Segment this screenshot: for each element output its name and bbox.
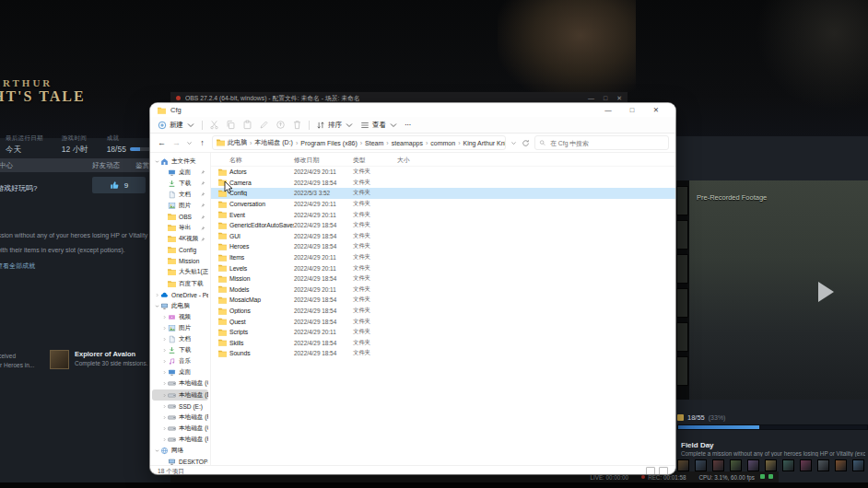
search-input[interactable] [548, 139, 664, 147]
view-button[interactable]: 查看 [360, 121, 398, 130]
refresh-icon[interactable] [522, 139, 530, 147]
cut-icon[interactable] [209, 120, 219, 130]
steam-tab[interactable]: 好友动态 [92, 161, 120, 170]
video-thumbnail[interactable]: Pre-Recorded Footage [689, 180, 868, 400]
explorer-titlebar[interactable]: Cfg — □ ✕ [150, 103, 675, 117]
more-button[interactable]: ⋯ [405, 121, 412, 129]
obs-maximize-button[interactable]: □ [604, 95, 607, 102]
achievement-card[interactable]: Explorer of Avalon Complete 30 side miss… [50, 350, 147, 369]
file-row[interactable]: Event2022/4/29 20:11文件夹 [211, 209, 675, 220]
sidebar-item[interactable]: 此电脑 [152, 300, 208, 311]
sidebar-item[interactable]: OBS [152, 211, 208, 222]
minimize-button[interactable]: — [596, 103, 620, 117]
rename-icon[interactable] [259, 120, 269, 130]
sidebar-item[interactable]: Config [152, 245, 208, 256]
file-row[interactable]: Skills2022/4/29 18:54文件夹 [211, 338, 675, 349]
close-button[interactable]: ✕ [644, 103, 668, 117]
view-toggles[interactable] [646, 467, 668, 474]
sidebar-item[interactable]: 文档 [152, 189, 208, 200]
sidebar-item[interactable]: 桌面 [152, 167, 208, 178]
breadcrumb-item[interactable]: common [430, 140, 455, 146]
breadcrumb-item[interactable]: Program Files (x86) [300, 140, 357, 146]
sidebar-item[interactable]: 图片 [152, 322, 208, 333]
file-row[interactable]: GUI2022/4/29 18:54文件夹 [211, 231, 675, 242]
sidebar-item[interactable]: 主文件夹 [152, 156, 208, 167]
play-icon[interactable] [818, 282, 834, 302]
up-button[interactable]: ↑ [197, 138, 207, 147]
file-row[interactable]: Items2022/4/29 20:11文件夹 [211, 252, 675, 263]
achievement-icon-strip[interactable] [677, 459, 868, 471]
breadcrumb-item[interactable]: Steam [365, 140, 383, 146]
column-header[interactable]: 修改日期 [294, 156, 353, 165]
file-row[interactable]: Quest2022/4/29 18:54文件夹 [211, 316, 675, 327]
breadcrumb-item[interactable]: 此电脑 [228, 138, 247, 147]
column-header[interactable]: 名称 [229, 156, 294, 165]
breadcrumb-item[interactable]: 本地磁盘 (D:) [254, 138, 293, 147]
steam-tab[interactable]: 情报中心 [0, 161, 13, 170]
recent-locations-chevron-icon[interactable] [186, 140, 193, 146]
sidebar-item[interactable]: 桌面 [152, 367, 208, 378]
achievement-thumb[interactable] [800, 459, 812, 471]
sidebar-item[interactable]: 视频 [152, 311, 208, 322]
sidebar-item[interactable]: 导出 [152, 223, 208, 234]
media-filmstrip[interactable] [675, 180, 689, 400]
sidebar-item[interactable]: 网络 [152, 445, 208, 456]
achievement-thumb[interactable] [852, 459, 864, 471]
forward-button[interactable]: → [171, 138, 182, 147]
file-row[interactable]: Sounds2022/4/29 18:54文件夹 [211, 348, 675, 359]
achievement-thumb[interactable] [782, 459, 794, 471]
achievement-thumb[interactable] [730, 459, 742, 471]
back-button[interactable]: ← [157, 138, 167, 147]
sidebar-item[interactable]: 下载 [152, 178, 208, 189]
sidebar-item[interactable]: 4K视频 [152, 234, 208, 245]
sidebar-item[interactable]: 本地磁盘 (H:) [152, 434, 208, 445]
sidebar-item[interactable]: OneDrive - Person [152, 289, 208, 300]
sort-button[interactable]: 排序 [316, 121, 354, 130]
file-row[interactable]: Config2022/5/3 3:52文件夹 [211, 188, 675, 199]
thumbs-up-button[interactable]: 9 [92, 177, 146, 193]
column-header[interactable]: 类型 [353, 156, 397, 165]
new-button[interactable]: 新建 [158, 121, 195, 130]
obs-minimize-button[interactable]: — [588, 95, 594, 102]
file-row[interactable]: Mission2022/4/29 18:54文件夹 [211, 273, 675, 285]
column-header[interactable]: 大小 [397, 156, 675, 165]
file-row[interactable]: MosaicMap2022/4/29 18:54文件夹 [211, 295, 675, 306]
sidebar-item[interactable]: 百度下载 [152, 278, 208, 289]
achievement-thumb[interactable] [817, 459, 829, 471]
file-row[interactable]: Models2022/4/29 20:11文件夹 [211, 285, 675, 296]
sidebar-item[interactable]: 大头贴1(正在制作) [152, 267, 208, 278]
achievement-thumb[interactable] [747, 459, 759, 471]
file-row[interactable]: GenericEditorAutoSaves2022/4/29 18:54文件夹 [211, 220, 675, 231]
delete-icon[interactable] [292, 120, 302, 130]
address-dropdown-chevron-icon[interactable] [510, 140, 517, 146]
file-row[interactable]: Scripts2022/4/29 20:11文件夹 [211, 327, 675, 338]
paste-icon[interactable] [242, 120, 252, 130]
sidebar-item[interactable]: 本地磁盘 (F:) [152, 412, 208, 423]
sidebar-item[interactable]: DESKTOP-MORG [152, 457, 208, 465]
breadcrumb-item[interactable]: King Arthur Knight's Tale [463, 140, 506, 146]
sidebar-item[interactable]: 音乐 [152, 356, 208, 367]
obs-close-button[interactable]: ✕ [616, 95, 622, 102]
file-row[interactable]: Camera2022/4/29 18:54文件夹 [211, 178, 675, 189]
sidebar-item[interactable]: 本地磁盘 (D:) [152, 389, 208, 401]
sidebar-item[interactable]: 本地磁盘 (C:) [152, 378, 208, 389]
file-row[interactable]: Actors2022/4/29 20:11文件夹 [211, 167, 675, 178]
achievement-thumb[interactable] [835, 459, 847, 471]
achievement-thumb[interactable] [765, 459, 777, 471]
file-row[interactable]: Conversation2022/4/29 20:11文件夹 [211, 199, 675, 210]
breadcrumb-item[interactable]: steamapps [392, 140, 423, 146]
file-row[interactable]: Options2022/4/29 18:54文件夹 [211, 306, 675, 317]
maximize-button[interactable]: □ [620, 103, 644, 117]
sidebar-item[interactable]: 本地磁盘 (G:) [152, 423, 208, 434]
sidebar-item[interactable]: 文档 [152, 334, 208, 345]
sidebar-item[interactable]: SSD (E:) [152, 401, 208, 412]
column-headers[interactable]: 名称修改日期类型大小 [211, 155, 675, 167]
search-box[interactable] [534, 135, 669, 150]
share-icon[interactable] [276, 120, 286, 130]
achievement-thumb[interactable] [695, 459, 707, 471]
sidebar-item[interactable]: 下载 [152, 345, 208, 356]
file-row[interactable]: Levels2022/4/29 20:11文件夹 [211, 262, 675, 273]
sidebar-item[interactable]: 图片 [152, 200, 208, 211]
achievement-thumb[interactable] [677, 459, 689, 471]
breadcrumb[interactable]: 此电脑›本地磁盘 (D:)›Program Files (x86)›Steam›… [212, 135, 506, 150]
